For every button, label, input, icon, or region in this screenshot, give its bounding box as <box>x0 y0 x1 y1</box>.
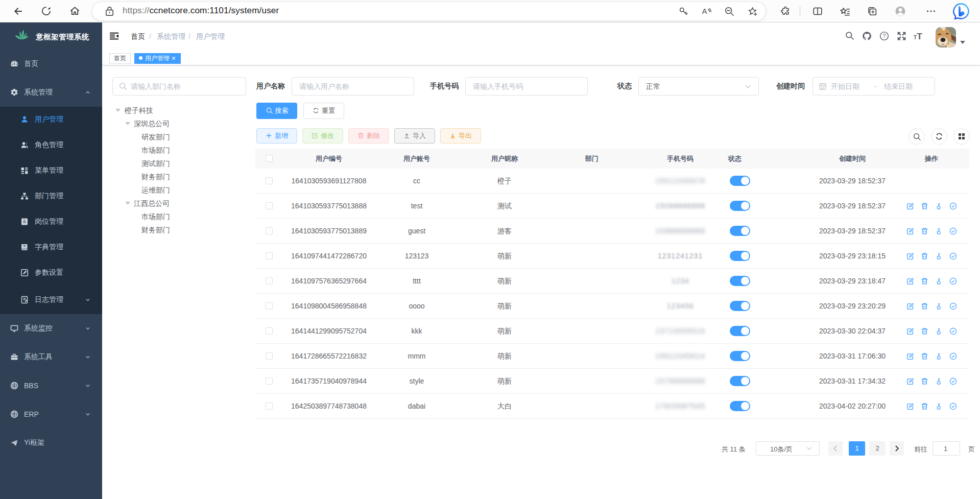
svg-text:?: ? <box>883 33 886 39</box>
svg-text:A: A <box>702 7 707 15</box>
svg-text:T: T <box>917 31 922 41</box>
